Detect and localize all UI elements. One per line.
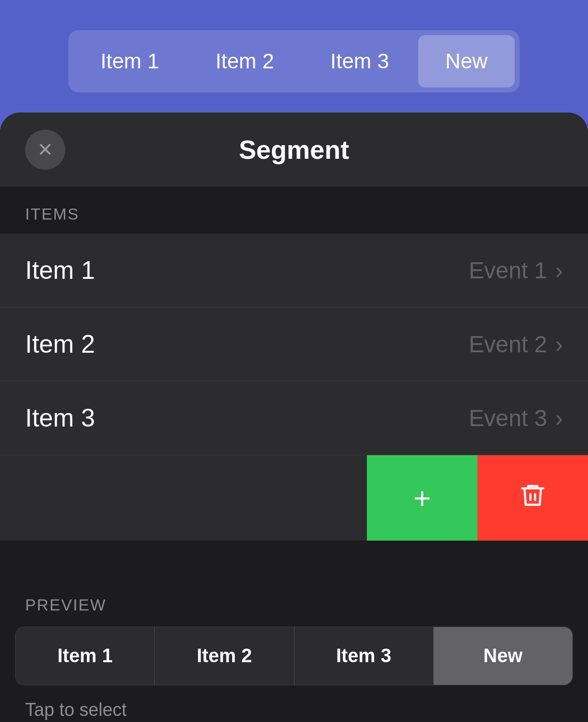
items-section: ITEMS Item 1 Event 1 › Item 2 Event 2 › …	[0, 187, 588, 541]
preview-segment-control: Item 1 Item 2 Item 3 New	[15, 627, 573, 685]
chevron-right-icon-2: ›	[555, 331, 563, 358]
item-event-1: Event 1	[469, 257, 547, 284]
items-section-label: ITEMS	[0, 187, 588, 234]
modal-panel: ✕ Segment ITEMS Item 1 Event 1 › Item 2 …	[0, 113, 588, 722]
item-name-3: Item 3	[25, 403, 95, 433]
preview-segment-item-2[interactable]: Item 2	[155, 627, 294, 685]
tap-to-select-hint: Tap to select	[0, 685, 588, 722]
preview-section: PREVIEW Item 1 Item 2 Item 3 New Tap to …	[0, 571, 588, 722]
item-name-2: Item 2	[25, 330, 95, 359]
preview-segment-item-new[interactable]: New	[434, 627, 572, 685]
top-segment-item-new[interactable]: New	[418, 35, 515, 87]
preview-label: PREVIEW	[0, 571, 588, 627]
top-segment-control: Item 1 Item 2 Item 3 New	[68, 30, 520, 92]
item-right-1: Event 1 ›	[469, 257, 563, 284]
top-area: Item 1 Item 2 Item 3 New	[0, 0, 588, 113]
chevron-right-icon-3: ›	[555, 404, 563, 432]
preview-segment-item-3[interactable]: Item 3	[295, 627, 434, 685]
list-item[interactable]: Item 1 Event 1 ›	[0, 234, 588, 307]
trash-icon	[519, 481, 547, 515]
modal-header: ✕ Segment	[0, 113, 588, 187]
action-row: › +	[0, 455, 588, 541]
action-buttons: +	[367, 455, 588, 541]
delete-item-button[interactable]	[477, 455, 588, 541]
top-segment-item-2[interactable]: Item 2	[188, 35, 302, 87]
preview-segment-item-1[interactable]: Item 1	[16, 627, 155, 685]
item-right-3: Event 3 ›	[469, 404, 563, 432]
list-item[interactable]: Item 2 Event 2 ›	[0, 307, 588, 381]
close-button[interactable]: ✕	[25, 130, 65, 170]
add-item-button[interactable]: +	[367, 455, 477, 541]
plus-icon: +	[413, 481, 431, 515]
item-event-3: Event 3	[469, 404, 547, 432]
item-name-1: Item 1	[25, 256, 95, 285]
item-event-2: Event 2	[469, 331, 547, 358]
list-item[interactable]: Item 3 Event 3 ›	[0, 381, 588, 455]
chevron-right-icon-1: ›	[555, 257, 563, 284]
top-segment-item-3[interactable]: Item 3	[303, 35, 416, 87]
modal-title: Segment	[239, 135, 349, 165]
spacer	[0, 541, 588, 571]
item-right-2: Event 2 ›	[469, 331, 563, 358]
top-segment-item-1[interactable]: Item 1	[73, 35, 186, 87]
